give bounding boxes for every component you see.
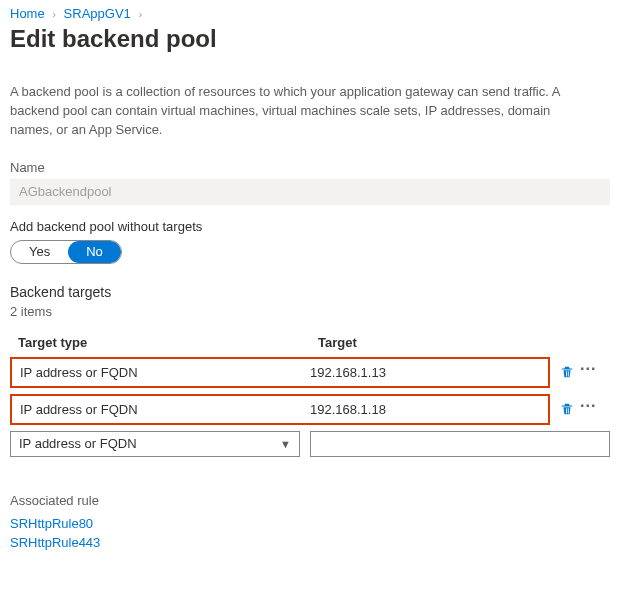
associated-rule-section: Associated rule SRHttpRule80 SRHttpRule4…	[10, 493, 613, 553]
new-target-type-select[interactable]: IP address or FQDN ▼	[10, 431, 300, 457]
breadcrumb-home[interactable]: Home	[10, 6, 45, 21]
delete-icon[interactable]	[560, 365, 574, 379]
name-input	[10, 179, 610, 205]
new-target-value-input[interactable]	[310, 431, 610, 457]
associated-rule-link[interactable]: SRHttpRule80	[10, 514, 613, 534]
associated-rule-label: Associated rule	[10, 493, 613, 508]
target-type-cell: IP address or FQDN	[20, 402, 310, 417]
new-target-row: IP address or FQDN ▼	[10, 431, 610, 457]
chevron-down-icon: ▼	[280, 438, 291, 450]
target-value-cell: 192.168.1.18	[310, 402, 540, 417]
table-row: IP address or FQDN 192.168.1.18 ···	[10, 394, 613, 425]
toggle-no[interactable]: No	[68, 241, 121, 263]
backend-targets-count: 2 items	[10, 304, 613, 319]
delete-icon[interactable]	[560, 402, 574, 416]
backend-targets-heading: Backend targets	[10, 284, 613, 300]
target-value-cell: 192.168.1.13	[310, 365, 540, 380]
name-label: Name	[10, 160, 613, 175]
description-text: A backend pool is a collection of resour…	[10, 83, 590, 140]
toggle-yes[interactable]: Yes	[11, 241, 68, 263]
breadcrumb: Home › SRAppGV1 ›	[10, 6, 613, 21]
chevron-right-icon: ›	[138, 8, 142, 20]
chevron-right-icon: ›	[52, 8, 56, 20]
target-type-cell: IP address or FQDN	[20, 365, 310, 380]
targets-header-row: Target type Target	[10, 329, 613, 357]
col-header-type: Target type	[18, 335, 318, 350]
more-icon[interactable]: ···	[580, 364, 596, 374]
col-header-target: Target	[318, 335, 605, 350]
without-targets-label: Add backend pool without targets	[10, 219, 613, 234]
more-icon[interactable]: ···	[580, 401, 596, 411]
target-row-highlight[interactable]: IP address or FQDN 192.168.1.13	[10, 357, 550, 388]
breadcrumb-app[interactable]: SRAppGV1	[64, 6, 131, 21]
associated-rule-link[interactable]: SRHttpRule443	[10, 533, 613, 553]
new-target-type-value: IP address or FQDN	[19, 436, 137, 451]
page-title: Edit backend pool	[10, 25, 613, 53]
without-targets-toggle[interactable]: Yes No	[10, 240, 122, 264]
table-row: IP address or FQDN 192.168.1.13 ···	[10, 357, 613, 388]
target-row-highlight[interactable]: IP address or FQDN 192.168.1.18	[10, 394, 550, 425]
